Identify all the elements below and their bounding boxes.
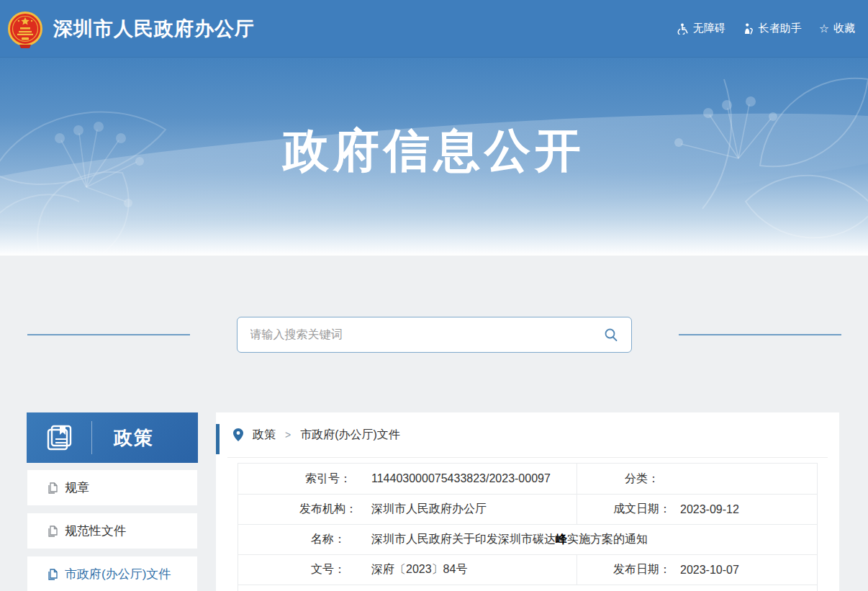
breadcrumb-separator: > — [285, 429, 291, 441]
written-date-label: 成文日期： — [611, 502, 673, 517]
table-row-docno-publishdate: 文号： 深府〔2023〕84号 发布日期： 2023-10-07 — [238, 554, 817, 585]
elder-assistant-link[interactable]: 长者助手 — [743, 22, 802, 35]
search-row — [0, 317, 868, 353]
document-name-label: 名称： — [292, 532, 364, 547]
sidebar-header-divider — [91, 421, 92, 454]
index-number-value: 114403000075433823/2023-00097 — [371, 472, 551, 485]
favorite-label: 收藏 — [833, 22, 855, 35]
sidebar-item-label: 规范性文件 — [65, 523, 126, 539]
accessibility-link[interactable]: 无障碍 — [677, 22, 725, 35]
document-icon — [48, 482, 58, 494]
document-info-table: 索引号： 114403000075433823/2023-00097 分类： 发… — [238, 463, 818, 591]
index-number-label: 索引号： — [292, 472, 364, 487]
highlighted-keyword: 峰 — [556, 533, 567, 545]
elder-assistant-icon — [743, 23, 754, 35]
page-title: 政府信息公开 — [0, 58, 868, 182]
national-emblem-icon — [7, 11, 43, 50]
document-name-value: 深圳市人民政府关于印发深圳市碳达峰实施方案的通知 — [371, 532, 648, 547]
breadcrumb-link-policy[interactable]: 政策 — [253, 428, 276, 443]
search-button[interactable] — [602, 326, 620, 343]
accessibility-label: 无障碍 — [693, 22, 725, 35]
table-row-agency-date: 发布机构： 深圳市人民政府办公厅 成文日期： 2023-09-12 — [238, 494, 817, 524]
policy-book-icon — [45, 423, 74, 452]
document-icon — [48, 525, 58, 537]
breadcrumb: 政策 > 市政府(办公厅)文件 — [227, 412, 828, 458]
decor-line-left — [27, 334, 190, 335]
location-pin-icon — [233, 428, 243, 441]
document-detail-panel: 政策 > 市政府(办公厅)文件 索引号： 114403000075433823/… — [216, 412, 839, 591]
accessibility-icon — [677, 23, 689, 35]
elder-assistant-label: 长者助手 — [759, 22, 802, 35]
star-icon: ☆ — [819, 23, 829, 35]
policy-sidebar: 政策 规章 — [27, 412, 198, 591]
document-number-label: 文号： — [292, 562, 364, 577]
search-box — [237, 317, 632, 353]
sidebar-item-label: 市政府(办公厅)文件 — [65, 566, 171, 582]
sidebar-title: 政策 — [114, 425, 154, 451]
favorite-link[interactable]: ☆ 收藏 — [819, 22, 855, 35]
sidebar-item-normative-documents[interactable]: 规范性文件 — [27, 513, 198, 549]
sidebar-header: 政策 — [27, 412, 198, 463]
site-title: 深圳市人民政府办公厅 — [53, 16, 255, 42]
sidebar-item-municipal-documents[interactable]: 市政府(办公厅)文件 — [27, 556, 198, 591]
issuing-agency-value: 深圳市人民政府办公厅 — [371, 502, 487, 517]
issuing-agency-label: 发布机构： — [292, 502, 364, 517]
publish-date-value: 2023-10-07 — [680, 564, 739, 577]
breadcrumb-accent-bar — [216, 424, 220, 454]
top-header-bar: 深圳市人民政府办公厅 无障碍 长者助手 ☆ 收藏 — [0, 0, 868, 58]
document-number-value: 深府〔2023〕84号 — [371, 562, 467, 577]
site-logo-link[interactable]: 深圳市人民政府办公厅 — [7, 8, 255, 50]
page-banner: 政府信息公开 — [0, 58, 868, 256]
table-row-name: 名称： 深圳市人民政府关于印发深圳市碳达峰实施方案的通知 — [238, 524, 817, 554]
table-row-index-category: 索引号： 114403000075433823/2023-00097 分类： — [238, 464, 817, 494]
sidebar-item-regulations[interactable]: 规章 — [27, 469, 198, 506]
search-input[interactable] — [250, 328, 602, 341]
decor-line-right — [679, 334, 841, 335]
written-date-value: 2023-09-12 — [680, 503, 739, 516]
topbar-links: 无障碍 长者助手 ☆ 收藏 — [677, 22, 855, 35]
document-icon — [48, 569, 58, 580]
category-label: 分类： — [611, 472, 673, 487]
sidebar-item-label: 规章 — [65, 479, 89, 496]
search-icon — [604, 328, 618, 342]
content-area: 政策 规章 — [0, 256, 868, 591]
publish-date-label: 发布日期： — [611, 562, 673, 577]
breadcrumb-current[interactable]: 市政府(办公厅)文件 — [300, 428, 400, 443]
table-row-partial — [238, 585, 817, 591]
